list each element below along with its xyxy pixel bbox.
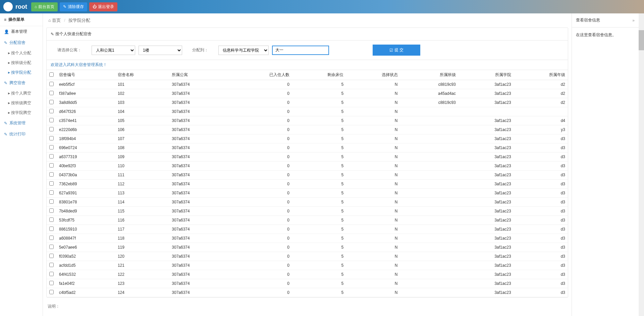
sidebar-sub-item[interactable]: ▸ 按班级分配 xyxy=(0,58,43,68)
cell-apt: 307a6374 xyxy=(169,152,228,162)
cell-college: 3af1ac23 xyxy=(459,198,514,207)
table-row[interactable]: a608847f118307a637405N3af1ac23d3 xyxy=(47,234,568,243)
cell-apt: 307a6374 xyxy=(169,243,228,252)
select-all-checkbox[interactable] xyxy=(49,72,54,77)
scrollbar[interactable] xyxy=(639,13,644,316)
table-row[interactable]: 3a8d8dd5103307a637405Nc8819c933af1ac23d2 xyxy=(47,98,568,107)
table-row[interactable]: 64f41532122307a637405N3af1ac23d3 xyxy=(47,270,568,279)
table-row[interactable]: 7b48ded9115307a637405N3af1ac23d3 xyxy=(47,207,568,216)
cell-name: 120 xyxy=(115,252,169,261)
note-label: 说明： xyxy=(46,301,568,312)
cell-in: 0 xyxy=(228,89,292,98)
cell-grade: d3 xyxy=(514,225,568,234)
row-checkbox[interactable] xyxy=(49,217,54,222)
row-checkbox[interactable] xyxy=(49,100,54,104)
row-checkbox[interactable] xyxy=(49,208,54,213)
sidebar-sub-item[interactable]: ▸ 按学院腾空 xyxy=(0,108,43,118)
table-row[interactable]: 88615910117307a637405N3af1ac23d3 xyxy=(47,225,568,234)
table-row[interactable]: 627a9391113307a637405N3af1ac23d3 xyxy=(47,189,568,198)
cell-class xyxy=(400,261,459,270)
submit-button[interactable]: ☑提 交 xyxy=(373,45,420,56)
row-checkbox[interactable] xyxy=(49,181,54,186)
cell-left: 5 xyxy=(292,198,346,207)
sidebar-section[interactable]: 👤基本管理 xyxy=(0,26,43,37)
scroll-thumb[interactable] xyxy=(639,30,644,50)
cell-name: 123 xyxy=(115,279,169,288)
cell-grade: d3 xyxy=(514,207,568,216)
cell-sel: N xyxy=(346,171,400,180)
table-row[interactable]: 5e07aee6119307a637405N3af1ac23d3 xyxy=(47,243,568,252)
row-checkbox[interactable] xyxy=(49,290,54,294)
sidebar-section[interactable]: ✎腾空宿舍 xyxy=(0,77,43,88)
cell-class xyxy=(400,270,459,279)
sidebar-sub-item[interactable]: ▸ 按个人腾空 xyxy=(0,88,43,98)
table-row[interactable]: 40be92f3110307a637405N3af1ac23d3 xyxy=(47,162,568,171)
row-checkbox[interactable] xyxy=(49,272,54,276)
table-row[interactable]: 83801e78114307a637405N3af1ac23d3 xyxy=(47,198,568,207)
row-checkbox[interactable] xyxy=(49,190,54,195)
row-checkbox[interactable] xyxy=(49,172,54,177)
grade-input[interactable] xyxy=(272,46,329,55)
row-checkbox[interactable] xyxy=(49,82,54,86)
apartment-select[interactable]: 人和公寓1 xyxy=(92,46,135,55)
cell-grade: d3 xyxy=(514,279,568,288)
table-row[interactable]: c3574e41105307a637405N3af1ac23d4 xyxy=(47,116,568,125)
table-row[interactable]: acfdd1d5121307a637405N3af1ac23d3 xyxy=(47,261,568,270)
column-header: 所属年级 xyxy=(514,70,568,80)
row-checkbox[interactable] xyxy=(49,91,54,95)
home-button[interactable]: ⌂前台首页 xyxy=(31,2,58,11)
table-row[interactable]: e2220d6b106307a637405N3af1ac23y3 xyxy=(47,125,568,134)
table-row[interactable]: d647f326104307a637405N xyxy=(47,107,568,116)
cell-name: 122 xyxy=(115,270,169,279)
table-row[interactable]: 7362eb89112307a637405N3af1ac23d3 xyxy=(47,180,568,189)
table-row[interactable]: 53fcdf75116307a637405N3af1ac23d3 xyxy=(47,216,568,225)
sidebar-sub-item[interactable]: ▸ 按个人分配 xyxy=(0,48,43,58)
cell-class xyxy=(400,198,459,207)
table-row[interactable]: 04373b0a111307a637405N3af1ac23d3 xyxy=(47,171,568,180)
sidebar-sub-item[interactable]: ▸ 按学院分配 xyxy=(0,68,43,77)
collapse-icon[interactable]: » xyxy=(632,18,635,23)
sidebar-section[interactable]: ✎统计打印 xyxy=(0,129,43,140)
sidebar-section[interactable]: ✎系统管理 xyxy=(0,118,43,129)
home-icon: ⌂ xyxy=(35,4,37,9)
row-checkbox[interactable] xyxy=(49,199,54,204)
row-checkbox[interactable] xyxy=(49,136,54,140)
table-row[interactable]: a6377319109307a637405N3af1ac23d3 xyxy=(47,152,568,162)
cell-name: 119 xyxy=(115,243,169,252)
logout-button[interactable]: ⏻退出登录 xyxy=(89,2,117,11)
cell-class: a45ad4ac xyxy=(400,89,459,98)
row-checkbox[interactable] xyxy=(49,254,54,258)
row-checkbox[interactable] xyxy=(49,263,54,267)
college-select[interactable]: 信息科学与工程学院 xyxy=(218,46,269,55)
table-row[interactable]: fa1e04f2123307a637405N3af1ac23d3 xyxy=(47,279,568,288)
row-checkbox[interactable] xyxy=(49,154,54,159)
table-row[interactable]: f387a8ee102307a637405Na45ad4ac3af1ac23d2 xyxy=(47,89,568,98)
row-checkbox[interactable] xyxy=(49,118,54,122)
table-row[interactable]: 696e0724108307a637405N3af1ac23d3 xyxy=(47,143,568,152)
floor-select[interactable]: 1楼 xyxy=(139,46,182,55)
cell-sel: N xyxy=(346,162,400,171)
sidebar-section[interactable]: ✎分配宿舍 xyxy=(0,37,43,48)
row-checkbox[interactable] xyxy=(49,127,54,131)
avatar[interactable] xyxy=(3,2,13,11)
clear-cache-button[interactable]: ✎清除缓存 xyxy=(60,2,87,11)
breadcrumb-home[interactable]: 首页 xyxy=(52,18,61,23)
table-row[interactable]: f0390a52120307a637405N3af1ac23d3 xyxy=(47,252,568,261)
table-row[interactable]: c4bf5ad2124307a637405N3af1ac23d3 xyxy=(47,288,568,297)
row-checkbox[interactable] xyxy=(49,236,54,240)
row-checkbox[interactable] xyxy=(49,281,54,285)
table-row[interactable]: eeb5f5cf101307a637405Nc8819c933af1ac23d2 xyxy=(47,80,568,89)
table-row[interactable]: 18f094b4107307a637405N3af1ac23d3 xyxy=(47,134,568,143)
cell-grade: d3 xyxy=(514,234,568,243)
cell-name: 108 xyxy=(115,143,169,152)
cell-apt: 307a6374 xyxy=(169,80,228,89)
row-checkbox[interactable] xyxy=(49,145,54,149)
row-checkbox[interactable] xyxy=(49,109,54,113)
sidebar-sub-item[interactable]: ▸ 按班级腾空 xyxy=(0,98,43,108)
row-checkbox[interactable] xyxy=(49,227,54,231)
column-header: 选择状态 xyxy=(346,70,400,80)
row-checkbox[interactable] xyxy=(49,245,54,249)
cell-college: 3af1ac23 xyxy=(459,189,514,198)
row-checkbox[interactable] xyxy=(49,163,54,168)
cell-id: 83801e78 xyxy=(56,198,115,207)
